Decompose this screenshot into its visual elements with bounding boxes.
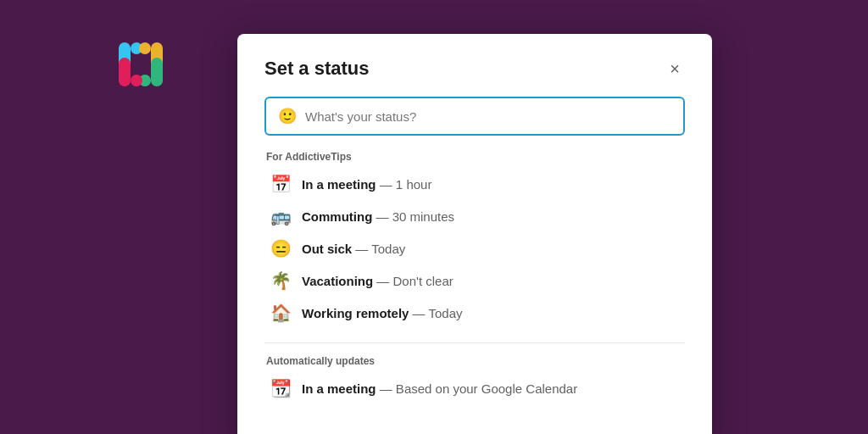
close-button[interactable]: × (665, 58, 685, 79)
status-item-auto-meeting[interactable]: 📆 In a meeting — Based on your Google Ca… (264, 372, 685, 404)
preset-status-list: 📅 In a meeting — 1 hour 🚌 Commuting — 30… (264, 168, 685, 329)
status-search-input[interactable] (305, 109, 671, 124)
section-divider (264, 342, 685, 343)
auto-meeting-emoji: 📆 (270, 378, 292, 398)
commuting-text: Commuting — 30 minutes (302, 209, 454, 224)
auto-section-label: Automatically updates (264, 355, 685, 367)
status-search-bar: 🙂 (264, 97, 685, 136)
status-item-vacation[interactable]: 🌴 Vacationing — Don't clear (264, 264, 685, 297)
sick-emoji: 😑 (270, 238, 292, 259)
modal-title: Set a status (264, 58, 370, 80)
background: Set a status × 🙂 For AddictiveTips 📅 In … (0, 0, 868, 434)
meeting-emoji: 📅 (270, 174, 292, 194)
emoji-icon: 🙂 (278, 107, 297, 125)
slack-logo (110, 34, 171, 95)
set-status-modal: Set a status × 🙂 For AddictiveTips 📅 In … (237, 34, 712, 434)
status-item-sick[interactable]: 😑 Out sick — Today (264, 232, 685, 264)
remote-emoji: 🏠 (270, 303, 292, 323)
svg-rect-7 (131, 75, 142, 86)
svg-rect-6 (119, 58, 131, 86)
remote-text: Working remotely — Today (302, 306, 463, 320)
status-item-remote[interactable]: 🏠 Working remotely — Today (264, 297, 685, 329)
commuting-emoji: 🚌 (270, 206, 292, 226)
vacation-text: Vacationing — Don't clear (302, 274, 453, 288)
auto-meeting-text: In a meeting — Based on your Google Cale… (302, 381, 577, 396)
sick-text: Out sick — Today (302, 242, 405, 256)
status-item-commuting[interactable]: 🚌 Commuting — 30 minutes (264, 200, 685, 232)
auto-status-list: 📆 In a meeting — Based on your Google Ca… (264, 372, 685, 404)
svg-rect-3 (139, 42, 151, 54)
vacation-emoji: 🌴 (270, 270, 292, 291)
for-section-label: For AddictiveTips (264, 151, 685, 163)
svg-rect-4 (151, 58, 163, 86)
status-item-meeting[interactable]: 📅 In a meeting — 1 hour (264, 168, 685, 200)
meeting-text: In a meeting — 1 hour (302, 177, 431, 192)
modal-header: Set a status × (264, 58, 685, 80)
